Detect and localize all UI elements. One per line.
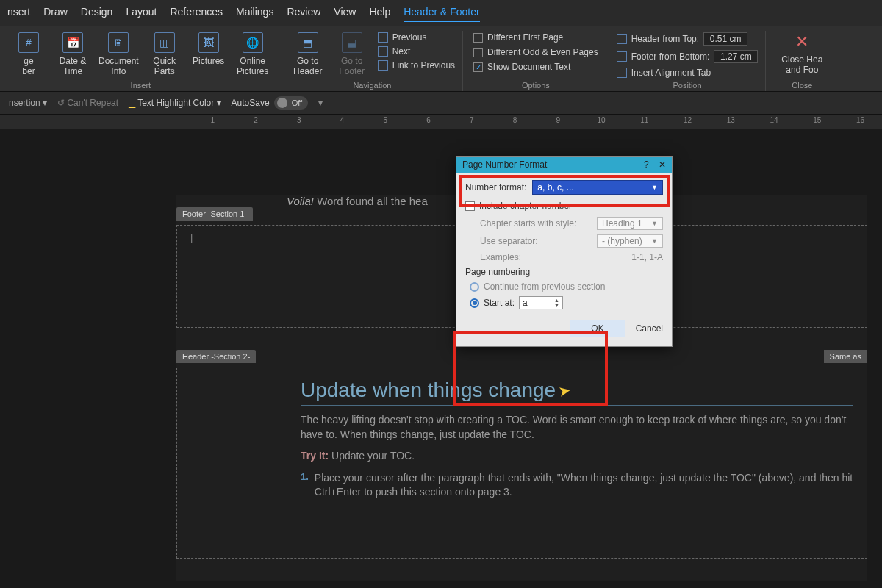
autosave-toggle[interactable]: AutoSave Off <box>232 96 309 110</box>
separator-label: Use separator: <box>480 236 538 246</box>
radio-continue[interactable]: Continue from previous section <box>470 282 663 292</box>
highlight-color-button[interactable]: ▁ Text Highlight Color ▾ <box>129 98 221 108</box>
pictures-button[interactable]: 🖼Pictures <box>190 32 227 66</box>
radio-icon <box>470 298 479 308</box>
online-pictures-button[interactable]: 🌐Online Pictures <box>234 32 271 76</box>
tab-design[interactable]: Design <box>81 6 113 22</box>
close-header-footer-button[interactable]: ✕ Close Hea and Foo <box>776 32 828 75</box>
close-icon: ✕ <box>795 32 808 51</box>
quick-parts-button[interactable]: ▥Quick Parts <box>146 32 183 76</box>
number-format-label: Number format: <box>465 182 526 193</box>
horizontal-ruler[interactable]: 1 2 3 4 5 6 7 8 9 10 11 12 13 14 15 16 <box>0 115 882 129</box>
goto-footer-icon: ⬓ <box>342 32 362 53</box>
tab-view[interactable]: View <box>334 6 356 22</box>
nav-previous[interactable]: Previous <box>378 32 427 43</box>
ribbon-group-insert: #ge ber 📅Date & Time 🗎Document Info ▥Qui… <box>3 31 279 91</box>
checkbox-icon <box>473 33 483 43</box>
chevron-down-icon: ▼ <box>651 184 658 191</box>
document-info-icon: 🗎 <box>108 32 129 53</box>
insertion-dropdown[interactable]: nsertion ▾ <box>9 98 47 108</box>
chapter-style-select[interactable]: Heading 1▼ <box>597 217 663 230</box>
next-icon <box>378 46 388 57</box>
group-label-insert: Insert <box>10 81 271 90</box>
previous-icon <box>378 32 388 43</box>
footer-from-bottom-row[interactable]: Footer from Bottom:1.27 cm <box>617 50 759 63</box>
group-label-navigation: Navigation <box>290 81 455 90</box>
tab-mailings[interactable]: Mailings <box>236 6 273 22</box>
footer-bottom-icon <box>617 51 627 62</box>
header-section-2[interactable]: Update when things change The heavy lift… <box>176 368 867 559</box>
chk-different-first[interactable]: Different First Page <box>473 32 563 43</box>
chk-show-doc-text[interactable]: ✓Show Document Text <box>473 62 570 72</box>
alignment-tab-icon <box>617 68 627 78</box>
page-numbering-label: Page numbering <box>465 267 663 277</box>
goto-footer-button[interactable]: ⬓Go to Footer <box>334 32 370 76</box>
group-label-close: Close <box>776 81 828 90</box>
tab-references[interactable]: References <box>170 6 223 22</box>
tab-review[interactable]: Review <box>287 6 320 22</box>
chapter-options: Chapter starts with style:Heading 1▼ Use… <box>480 217 663 262</box>
undo-button[interactable]: ↺ Can't Repeat <box>57 98 118 108</box>
document-info-button[interactable]: 🗎Document Info <box>98 32 139 76</box>
qat-more[interactable]: ▾ <box>318 98 323 108</box>
nav-link-previous[interactable]: Link to Previous <box>378 60 455 71</box>
tab-header-footer[interactable]: Header & Footer <box>404 6 480 22</box>
goto-header-button[interactable]: ⬒Go to Header <box>290 32 326 76</box>
start-at-input[interactable]: a ▲▼ <box>519 296 563 309</box>
doc-heading: Update when things change <box>301 379 853 406</box>
header-top-icon <box>617 34 627 44</box>
quick-parts-icon: ▥ <box>154 32 175 53</box>
dialog-titlebar[interactable]: Page Number Format ? ✕ <box>456 157 672 173</box>
dialog-help-button[interactable]: ? <box>644 159 649 170</box>
header-top-value[interactable]: 0.51 cm <box>703 32 747 46</box>
ribbon: #ge ber 📅Date & Time 🗎Document Info ▥Qui… <box>0 26 882 92</box>
ribbon-group-position: Header from Top:0.51 cm Footer from Bott… <box>609 31 767 91</box>
doc-paragraph: The heavy lifting doesn't stop with crea… <box>301 413 853 442</box>
pictures-icon: 🖼 <box>198 32 219 53</box>
doc-tryit: Try It: Update your TOC. <box>301 449 853 464</box>
radio-start-at[interactable]: Start at: a ▲▼ <box>470 296 663 309</box>
include-chapter-checkbox[interactable]: Include chapter number <box>465 201 663 211</box>
chapter-style-label: Chapter starts with style: <box>480 218 576 229</box>
page-number-button[interactable]: #ge ber <box>10 32 47 76</box>
spin-up-icon[interactable]: ▲ <box>554 298 559 303</box>
number-format-select[interactable]: a, b, c, ...▼ <box>532 180 663 195</box>
tab-insert[interactable]: nsert <box>7 6 30 22</box>
separator-select[interactable]: - (hyphen)▼ <box>597 234 663 248</box>
ribbon-group-close: ✕ Close Hea and Foo Close <box>769 31 835 91</box>
doc-list-item: 1. Place your cursor after the paragraph… <box>301 471 853 500</box>
header-section-label: Header -Section 2- <box>176 350 256 363</box>
header-from-top-row[interactable]: Header from Top:0.51 cm <box>617 32 748 46</box>
link-icon <box>378 60 388 71</box>
insert-alignment-tab[interactable]: Insert Alignment Tab <box>617 68 711 78</box>
checkbox-icon <box>473 48 483 57</box>
nav-next[interactable]: Next <box>378 46 411 57</box>
footer-bottom-value[interactable]: 1.27 cm <box>714 50 758 63</box>
tab-draw[interactable]: Draw <box>43 6 68 22</box>
dialog-close-button[interactable]: ✕ <box>659 159 666 170</box>
ribbon-tabbar: nsert Draw Design Layout References Mail… <box>0 0 882 26</box>
group-label-options: Options <box>473 81 598 90</box>
chevron-down-icon: ▼ <box>651 237 658 245</box>
same-as-previous-label: Same as <box>824 350 867 363</box>
dialog-title: Page Number Format <box>462 159 547 170</box>
tab-layout[interactable]: Layout <box>126 6 157 22</box>
quick-access-bar: nsertion ▾ ↺ Can't Repeat ▁ Text Highlig… <box>0 92 882 115</box>
page-number-format-dialog: Page Number Format ? ✕ Number format: a,… <box>456 156 673 347</box>
doc-text: Word found all the hea <box>314 195 428 207</box>
calendar-icon: 📅 <box>62 32 83 53</box>
ribbon-group-navigation: ⬒Go to Header ⬓Go to Footer Previous Nex… <box>282 31 463 91</box>
tab-help[interactable]: Help <box>369 6 390 22</box>
spin-down-icon[interactable]: ▼ <box>554 303 559 308</box>
nav-list: Previous Next Link to Previous <box>378 32 455 71</box>
date-time-button[interactable]: 📅Date & Time <box>54 32 91 76</box>
ok-button[interactable]: OK <box>570 320 625 337</box>
radio-icon <box>470 282 479 292</box>
checkbox-icon: ✓ <box>473 62 483 72</box>
chevron-down-icon: ▼ <box>651 220 658 227</box>
chk-odd-even[interactable]: Different Odd & Even Pages <box>473 47 598 57</box>
page-number-icon: # <box>18 32 39 53</box>
examples-label: Examples: <box>480 252 521 262</box>
group-label-position: Position <box>617 81 759 90</box>
cancel-button[interactable]: Cancel <box>636 323 663 334</box>
